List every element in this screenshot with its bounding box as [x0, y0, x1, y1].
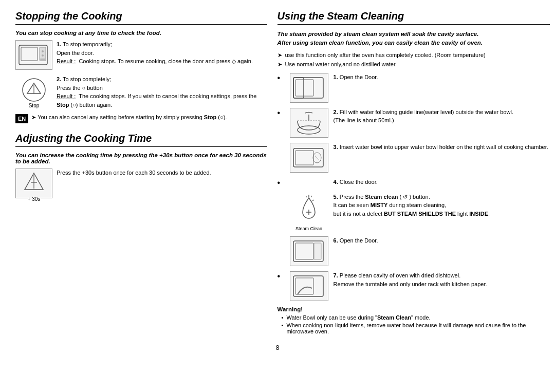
microwave-icon-1	[18, 43, 50, 67]
step1-image	[15, 40, 52, 70]
step2-num: 2.	[57, 76, 61, 82]
steam-section: Using the Steam Cleaning The steam provi…	[278, 10, 550, 334]
step2-row: Stop 2. To stop completely; Press the ○ …	[15, 75, 267, 109]
steam-step4-text: 4. Close the door.	[334, 178, 550, 186]
svg-rect-13	[295, 80, 313, 96]
step1-text: 1. To stop temporarily; Open the door. R…	[57, 40, 267, 66]
warning-item-1: • Water Bowl only can be use during "Ste…	[278, 314, 550, 321]
svg-point-4	[42, 54, 44, 57]
steam-notes: ➤ use this function only after the oven …	[278, 52, 550, 68]
steam-note-1: ➤ use this function only after the oven …	[278, 52, 550, 59]
warning-section: Warning! • Water Bowl only can be use du…	[278, 306, 550, 334]
steam-step1-text: 1. Open the Door.	[334, 73, 550, 82]
svg-rect-33	[295, 278, 313, 294]
steam-step1-num: 1.	[334, 74, 340, 80]
adjusting-subtitle: You can increase the cooking time by pre…	[15, 152, 267, 164]
svg-rect-20	[295, 151, 313, 165]
steam-step7-row: • 7. Please clean cavity of oven with dr…	[278, 271, 550, 301]
warning-text-1: Water Bowl only can be use during "Steam…	[286, 314, 430, 321]
adjusting-step-text: Press the +30s button once for each 30 s…	[57, 169, 267, 177]
plus30-icon	[20, 170, 48, 197]
step7-bullet: •	[278, 272, 281, 281]
steam-step6-num: 6.	[334, 237, 340, 244]
left-column: Stopping the Cooking You can stop cookin…	[15, 10, 267, 336]
svg-line-24	[311, 196, 312, 197]
steam-step7-num: 7.	[334, 272, 340, 278]
steam-step5-num: 5.	[334, 194, 340, 200]
microwave-open2-icon	[292, 239, 326, 264]
steam-step4-row: • 4. Close the door.	[278, 178, 550, 188]
step2-bullet: •	[278, 108, 281, 117]
svg-line-22	[315, 156, 319, 160]
steam-step5-text: 5. Press the Steam clean ( ↺ ) button. I…	[334, 193, 550, 218]
stop-label: Stop	[29, 103, 40, 108]
step1-num: 1.	[57, 41, 61, 47]
microwave-bowl-icon	[292, 145, 326, 170]
note-arrow-icon: ➤	[31, 114, 36, 120]
stopping-section: Stopping the Cooking You can stop cookin…	[15, 10, 267, 123]
steam-step2-image	[290, 108, 328, 138]
steam-note-1-text: use this function only after the oven ha…	[285, 52, 486, 58]
page-number: 8	[15, 344, 540, 351]
en-note-text: ➤ You can also cancel any setting before…	[31, 114, 227, 121]
warning-bullet-1: •	[282, 314, 284, 321]
steam-step6-row: 6. Open the Door.	[278, 236, 550, 266]
warning-title: Warning!	[278, 306, 550, 312]
steam-subtitle: The steam provided by steam clean system…	[278, 30, 550, 48]
step4-bullet: •	[278, 178, 281, 187]
step1-row: 1. To stop temporarily; Open the door. R…	[15, 40, 267, 70]
steam-subtitle-line2: After using steam clean function, you ca…	[278, 40, 483, 46]
svg-point-3	[42, 50, 44, 52]
stopping-title: Stopping the Cooking	[15, 10, 267, 25]
steam-subtitle-line1: The steam provided by steam clean system…	[278, 31, 479, 37]
warning-bullet-2: •	[282, 322, 284, 328]
svg-rect-19	[293, 148, 323, 167]
steam-step4-num: 4.	[334, 179, 340, 185]
svg-rect-12	[293, 78, 323, 98]
steam-clean-image	[290, 193, 328, 226]
page-container: Stopping the Cooking You can stop cookin…	[15, 10, 540, 336]
svg-line-26	[312, 200, 314, 201]
warning-item-2: • When cooking non-liquid items, remove …	[278, 322, 550, 334]
adjusting-step-row: + 30s Press the +30s button once for eac…	[15, 169, 267, 202]
steam-step2-row: • 2. Fill with water following guide lin…	[278, 108, 550, 138]
steam-step5-row: Steam Clean 5. Press the Steam clean ( ↺…	[278, 193, 550, 232]
steam-step7-text: 7. Please clean cavity of oven with drie…	[334, 271, 550, 288]
svg-line-25	[306, 196, 307, 197]
en-note-row: EN ➤ You can also cancel any setting bef…	[15, 114, 267, 123]
stop-icon	[21, 77, 47, 103]
right-column: Using the Steam Cleaning The steam provi…	[278, 10, 550, 336]
steam-note-2: ➤ Use normal water only,and no distilled…	[278, 61, 550, 68]
plus30-label: + 30s	[28, 196, 41, 202]
steam-step2-text: 2. Fill with water following guide line(…	[334, 108, 550, 125]
steam-step3-text: 3. Insert water bowl into upper water bo…	[334, 143, 550, 152]
svg-rect-5	[40, 59, 45, 60]
note2-arrow-icon: ➤	[278, 61, 282, 68]
steam-clean-icon	[293, 194, 324, 225]
result2-label: Result :	[57, 93, 76, 99]
steam-step1-image	[290, 73, 328, 103]
steam-step3-row: 3. Insert water bowl into upper water bo…	[278, 143, 550, 173]
svg-rect-14	[293, 78, 304, 98]
result1-label: Result :	[57, 58, 76, 64]
steam-step2-num: 2.	[334, 109, 340, 115]
steam-step7-image	[290, 271, 328, 301]
adjusting-section: Adjusting the Cooking Time You can incre…	[15, 133, 267, 202]
steam-step6-text: 6. Open the Door.	[334, 236, 550, 245]
adjusting-title: Adjusting the Cooking Time	[15, 133, 267, 147]
step1-bullet: •	[278, 73, 281, 82]
note1-arrow-icon: ➤	[278, 52, 282, 59]
steam-title: Using the Steam Cleaning	[278, 10, 550, 25]
microwave-open-icon	[292, 76, 326, 100]
steam-note-2-text: Use normal water only,and no distilled w…	[285, 61, 397, 67]
steam-step3-image	[290, 143, 328, 173]
steam-clean-label: Steam Clean	[295, 226, 322, 232]
steam-step1-row: • 1. Open the Door.	[278, 73, 550, 103]
step2-text: 2. To stop completely; Press the ○ butto…	[57, 75, 267, 109]
step2-image	[15, 75, 52, 105]
plus30-image	[15, 169, 52, 198]
steam-step3-num: 3.	[334, 144, 340, 150]
stopping-subtitle: You can stop cooking at any time to chec…	[15, 30, 267, 36]
en-badge: EN	[15, 114, 28, 123]
svg-rect-1	[21, 47, 38, 61]
